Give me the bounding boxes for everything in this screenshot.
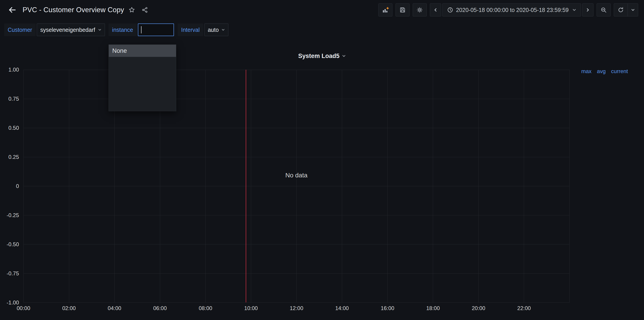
share-dashboard-button[interactable] — [140, 4, 150, 15]
refresh-interval-dropdown-button[interactable] — [628, 4, 638, 16]
refresh-control — [614, 4, 638, 16]
x-axis-tick: 04:00 — [108, 305, 121, 312]
instance-option-none[interactable]: None — [109, 45, 176, 57]
instance-variable-label: instance — [108, 24, 137, 36]
y-axis-tick: 0.50 — [0, 125, 19, 131]
x-axis-tick: 18:00 — [426, 305, 440, 312]
panel-header: System Load5 — [0, 51, 644, 61]
chevron-down-icon — [572, 8, 576, 12]
legend-item-avg[interactable]: avg — [597, 68, 606, 74]
panel-legend: max avg current — [581, 68, 628, 74]
instance-variable-input[interactable] — [138, 24, 174, 36]
y-axis-tick: -0.25 — [0, 212, 19, 218]
interval-variable-value-dropdown[interactable]: auto — [204, 24, 228, 36]
chevron-left-icon — [433, 8, 438, 12]
x-axis-tick: 14:00 — [335, 305, 349, 312]
y-axis-tick: -1.00 — [0, 300, 19, 306]
y-axis-tick: -0.50 — [0, 241, 19, 248]
x-axis: 00:00 02:00 04:00 06:00 08:00 10:00 12:0… — [24, 305, 570, 312]
y-axis-tick: 0.25 — [0, 154, 19, 160]
time-shift-back-button[interactable] — [430, 4, 441, 16]
refresh-icon — [618, 7, 624, 13]
no-data-message: No data — [24, 172, 569, 179]
chevron-right-icon — [586, 8, 590, 12]
save-icon — [400, 7, 406, 13]
star-dashboard-button[interactable] — [126, 4, 137, 15]
title-actions — [126, 4, 150, 15]
gear-icon — [416, 7, 423, 13]
time-shift-forward-button[interactable] — [582, 4, 594, 16]
legend-item-max[interactable]: max — [581, 68, 592, 74]
x-axis-tick: 08:00 — [199, 305, 212, 312]
x-axis-tick: 00:00 — [17, 305, 30, 312]
add-panel-button[interactable] — [378, 4, 392, 16]
refresh-button[interactable] — [614, 4, 628, 16]
x-axis-tick: 02:00 — [62, 305, 76, 312]
time-picker-group: 2020-05-18 00:00:00 to 2020-05-18 23:59:… — [430, 4, 594, 16]
dashboard-title: PVC - Customer Overview Copy — [22, 6, 124, 14]
chevron-down-icon — [631, 8, 635, 12]
navbar: PVC - Customer Overview Copy — [0, 0, 644, 20]
y-axis: 1.00 0.75 0.50 0.25 0 -0.25 -0.50 -0.75 … — [0, 0, 21, 320]
customer-variable-value-dropdown[interactable]: syseleveneigenbedarf — [37, 24, 105, 36]
y-axis-tick: 0.75 — [0, 96, 19, 102]
x-axis-tick: 22:00 — [517, 305, 531, 312]
share-icon — [142, 6, 148, 13]
star-icon — [128, 6, 135, 13]
zoom-out-icon — [600, 7, 607, 13]
annotation-line — [246, 70, 246, 302]
x-axis-tick: 16:00 — [381, 305, 394, 312]
instance-options-dropdown: None — [108, 44, 176, 111]
clock-icon — [447, 7, 453, 13]
template-variables-row: Customer syseleveneigenbedarf instance N… — [4, 24, 228, 36]
y-axis-tick: -0.75 — [0, 270, 19, 277]
panel-title-menu-button[interactable]: System Load5 — [298, 52, 346, 60]
time-range-text: 2020-05-18 00:00:00 to 2020-05-18 23:59:… — [456, 7, 569, 13]
zoom-out-time-button[interactable] — [596, 4, 610, 16]
panel-title: System Load5 — [298, 52, 339, 60]
interval-variable-label: Interval — [178, 24, 203, 36]
chevron-down-icon — [342, 54, 346, 58]
x-axis-tick: 06:00 — [153, 305, 167, 312]
y-axis-tick: 1.00 — [0, 66, 19, 73]
navbar-right: 2020-05-18 00:00:00 to 2020-05-18 23:59:… — [378, 4, 638, 16]
x-axis-tick: 10:00 — [244, 305, 258, 312]
x-axis-tick: 12:00 — [290, 305, 303, 312]
chevron-down-icon — [221, 28, 225, 32]
save-dashboard-button[interactable] — [396, 4, 410, 16]
legend-item-current[interactable]: current — [611, 68, 628, 74]
interval-variable-value: auto — [208, 27, 219, 33]
variable-interval: Interval auto — [178, 24, 228, 36]
time-range-button[interactable]: 2020-05-18 00:00:00 to 2020-05-18 23:59:… — [442, 4, 581, 16]
dashboard-settings-button[interactable] — [413, 4, 427, 16]
text-caret — [141, 26, 142, 34]
chevron-down-icon — [98, 28, 102, 32]
plot-area[interactable]: No data — [24, 70, 570, 302]
variable-instance: instance None — [108, 24, 174, 36]
customer-variable-value: syseleveneigenbedarf — [40, 27, 95, 33]
x-axis-tick: 20:00 — [472, 305, 485, 312]
y-axis-tick: 0 — [0, 183, 19, 189]
add-panel-icon — [382, 6, 389, 13]
